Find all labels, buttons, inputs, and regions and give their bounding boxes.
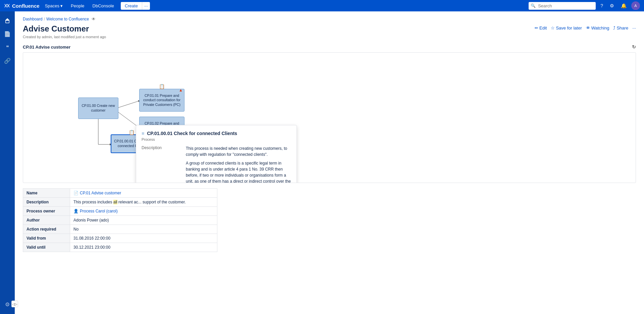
refresh-icon[interactable]: ↻: [632, 44, 636, 50]
table-row: Valid from 31.08.2016 22:00:00: [23, 234, 217, 243]
edit-icon: ✏: [535, 25, 538, 30]
search-icon: 🔍: [531, 3, 536, 8]
dbconsole-nav-btn[interactable]: DbConsole: [90, 2, 117, 10]
sidebar-links-icon[interactable]: 🔗: [2, 55, 13, 66]
star-icon: ☆: [551, 25, 555, 30]
table-row: Process owner 👤 Process Carol (carol): [23, 207, 217, 216]
table-row: Description This process includes all re…: [23, 198, 217, 207]
page-title: Advise Customer: [23, 24, 89, 34]
table-cell-label: Valid from: [23, 234, 70, 243]
name-link[interactable]: 📄 CP.01 Advise customer: [73, 191, 214, 195]
sidebar-home-icon[interactable]: [2, 15, 13, 26]
spaces-chevron-icon: ▾: [60, 3, 63, 8]
spaces-label: Spaces: [45, 3, 59, 8]
watching-button[interactable]: 👁 Watching: [586, 25, 609, 30]
table-cell-label: Valid until: [23, 243, 70, 252]
table-cell-label: Author: [23, 216, 70, 225]
sidebar: 📄 ❝ 🔗 ⚙ ◁▷: [0, 11, 15, 263]
diagram-inner: CP.01.00 Create new customer 📋 ▲ CP.01.0…: [29, 58, 630, 177]
breadcrumb: Dashboard / Welcome to Confluence 👁: [23, 17, 636, 21]
popup-process-icon: ≡: [142, 131, 144, 136]
notifications-icon-button[interactable]: 🔔: [619, 2, 629, 10]
share-icon: ⤴: [613, 25, 615, 30]
table-cell-value: 👤 Process Carol (carol): [70, 207, 217, 216]
people-label: People: [71, 3, 84, 8]
create-button[interactable]: Create: [121, 2, 142, 10]
breadcrumb-dashboard[interactable]: Dashboard: [23, 17, 43, 21]
diagram-arrows: [29, 58, 630, 177]
svg-line-1: [118, 101, 139, 108]
table-cell-value: 📄 CP.01 Advise customer: [70, 189, 217, 198]
highlight-all: all: [113, 200, 117, 204]
create-more-button[interactable]: ···: [142, 2, 150, 10]
eye-icon: 👁: [586, 25, 590, 30]
table-cell-value: 31.08.2016 22:00:00: [70, 234, 217, 243]
popup-description-label: Description: [142, 145, 182, 183]
table-cell-value: This process includes all relevant ac...…: [70, 198, 217, 207]
popup-title: CP.01.00.01 Check for connected Clients: [147, 131, 237, 136]
main-content: Dashboard / Welcome to Confluence 👁 Advi…: [15, 11, 644, 263]
diagram-container: CP.01.00 Create new customer 📋 ▲ CP.01.0…: [23, 52, 636, 183]
share-button[interactable]: ⤴ Share: [613, 25, 628, 30]
page-actions: ✏ Edit ☆ Save for later 👁 Watching ⤴ Sha…: [535, 24, 636, 30]
more-dots-icon: ···: [632, 25, 636, 30]
popup-subtitle: Process: [142, 137, 291, 141]
page-meta: Created by admin, last modified just a m…: [23, 35, 636, 39]
breadcrumb-watch-icon[interactable]: 👁: [92, 17, 96, 21]
logo-text: Confluence: [12, 3, 40, 9]
table-cell-label: Description: [23, 198, 70, 207]
table-row: Name 📄 CP.01 Advise customer: [23, 189, 217, 198]
table-cell-label: Process owner: [23, 207, 70, 216]
popup-description-value: This process is needed when creating new…: [186, 145, 291, 183]
watching-label: Watching: [591, 25, 609, 30]
help-icon-button[interactable]: ?: [598, 2, 605, 10]
search-wrapper: 🔍: [529, 2, 596, 10]
table-cell-value: Adonis Power (ado): [70, 216, 217, 225]
popup-title-row: ≡ CP.01.00.01 Check for connected Client…: [142, 131, 291, 136]
table-cell-value: 30.12.2021 23:00:00: [70, 243, 217, 252]
sidebar-pages-icon[interactable]: 📄: [2, 28, 13, 40]
dbconsole-label: DbConsole: [93, 3, 114, 8]
table-row: Action required No: [23, 225, 217, 234]
process-box-private-customers[interactable]: 📋 ▲ CP.01.01 Prepare and conduct consult…: [139, 89, 184, 112]
table-cell-value: No: [70, 225, 217, 234]
settings-icon-button[interactable]: ⚙: [608, 2, 616, 10]
section-header: CP.01 Advise customer ↻: [23, 44, 636, 50]
sidebar-quotes-icon[interactable]: ❝: [2, 42, 13, 53]
more-actions-button[interactable]: ···: [632, 25, 636, 30]
document-icon: 📄: [73, 191, 78, 195]
process-owner-link[interactable]: 👤 Process Carol (carol): [73, 209, 214, 213]
section-title: CP.01 Advise customer: [23, 45, 70, 50]
popup-description-row: Description This process is needed when …: [142, 145, 291, 183]
edit-button[interactable]: ✏ Edit: [535, 25, 547, 30]
svg-rect-0: [6, 20, 9, 23]
topnav: Confluence Spaces ▾ People DbConsole Cre…: [0, 0, 644, 11]
breadcrumb-page[interactable]: Welcome to Confluence: [46, 17, 89, 21]
data-table: Name 📄 CP.01 Advise customer Description…: [23, 188, 217, 252]
confluence-logo[interactable]: Confluence: [4, 3, 40, 9]
share-label: Share: [616, 25, 628, 30]
page-header: Advise Customer ✏ Edit ☆ Save for later …: [23, 24, 636, 34]
search-input[interactable]: [529, 2, 596, 10]
table-row: Valid until 30.12.2021 23:00:00: [23, 243, 217, 252]
user-icon: 👤: [73, 209, 78, 213]
save-label: Save for later: [556, 25, 582, 30]
table-cell-label: Action required: [23, 225, 70, 234]
ellipsis-icon: ···: [144, 3, 148, 8]
spaces-menu[interactable]: Spaces ▾: [42, 2, 65, 10]
edit-label: Edit: [539, 25, 547, 30]
table-body: Name 📄 CP.01 Advise customer Description…: [23, 189, 217, 252]
people-nav-btn[interactable]: People: [68, 2, 87, 10]
process-box-create-customer[interactable]: CP.01.00 Create new customer: [78, 98, 118, 119]
user-avatar[interactable]: A: [631, 1, 640, 10]
save-for-later-button[interactable]: ☆ Save for later: [551, 25, 582, 30]
process-popup: ≡ CP.01.00.01 Check for connected Client…: [136, 125, 297, 183]
table-row: Author Adonis Power (ado): [23, 216, 217, 225]
table-cell-label: Name: [23, 189, 70, 198]
breadcrumb-separator: /: [44, 17, 45, 21]
